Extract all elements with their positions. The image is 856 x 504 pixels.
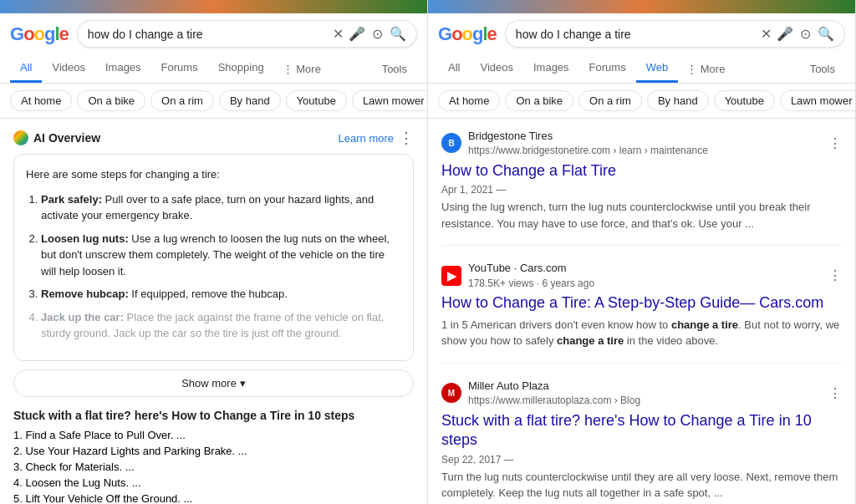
bridgestone-url: https://www.bridgestonetire.com › learn … — [468, 144, 708, 158]
ai-step-2: Loosen lug nuts: Use a lug wrench to loo… — [41, 231, 401, 280]
lens-icon-left[interactable]: ⊙ — [372, 26, 383, 42]
clear-icon-right[interactable]: ✕ — [761, 26, 772, 42]
chip-by-hand-right[interactable]: By hand — [647, 90, 709, 111]
list-item: 2. Use Your Hazard Lights and Parking Br… — [13, 445, 414, 457]
right-panel: Google ✕ 🎤 ⊙ 🔍 All Videos Images Forums … — [428, 0, 856, 504]
search-bar-right[interactable]: ✕ 🎤 ⊙ 🔍 — [505, 20, 845, 48]
nav-tabs-right: All Videos Images Forums Web ⋮ More Tool… — [438, 54, 845, 83]
ai-step-4: Jack up the car: Place the jack against … — [41, 309, 401, 342]
show-more-label: Show more — [181, 377, 237, 389]
more-tab-left[interactable]: ⋮ More — [274, 56, 329, 82]
ai-sparkle-icon — [13, 130, 28, 145]
miller-site-info: Miller Auto Plaza https://www.millerauto… — [468, 379, 640, 408]
section-title: Stuck with a flat tire? here's How to Ch… — [13, 409, 414, 422]
list-item: 5. Lift Your Vehicle Off the Ground. ... — [13, 492, 414, 505]
miller-result-title[interactable]: Stuck with a flat tire? here's How to Ch… — [441, 411, 842, 451]
more-tab-right[interactable]: ⋮ More — [678, 56, 733, 82]
chip-by-hand-left[interactable]: By hand — [219, 90, 281, 111]
chip-on-a-rim-right[interactable]: On a rim — [578, 90, 642, 111]
youtube-cars-result-title[interactable]: How to Change a Tire: A Step-by-Step Gui… — [441, 293, 842, 313]
tab-shopping-left[interactable]: Shopping — [208, 54, 274, 83]
bridgestone-favicon: B — [441, 133, 461, 153]
filter-row-left: At home On a bike On a rim By hand Youtu… — [0, 84, 427, 119]
bridgestone-result-title[interactable]: How to Change a Flat Tire — [441, 161, 842, 181]
google-logo-right: Google — [438, 23, 497, 45]
search-input-right[interactable] — [516, 28, 761, 41]
search-result-bridgestone: B Bridgestone Tires https://www.bridgest… — [441, 129, 842, 246]
ai-steps-list: Park safely: Pull over to a safe place, … — [26, 191, 401, 342]
chip-on-a-bike-left[interactable]: On a bike — [77, 90, 145, 111]
top-banner-right — [428, 0, 855, 13]
tab-all-right[interactable]: All — [438, 54, 470, 83]
ai-step-1: Park safely: Pull over to a safe place, … — [41, 191, 401, 224]
tab-images-right[interactable]: Images — [523, 54, 579, 83]
google-logo-left: Google — [10, 23, 69, 45]
show-more-button[interactable]: Show more ▾ — [13, 369, 414, 397]
left-content: AI Overview Learn more ⋮ Here are some s… — [0, 119, 427, 504]
list-item: 3. Check for Materials. ... — [13, 461, 414, 473]
list-item: 1. Find a Safe Place to Pull Over. ... — [13, 429, 414, 441]
chip-youtube-right[interactable]: Youtube — [714, 90, 775, 111]
tab-images-left[interactable]: Images — [95, 54, 151, 83]
header-left: Google ✕ 🎤 ⊙ 🔍 All Videos Images Forums … — [0, 13, 427, 84]
right-content: B Bridgestone Tires https://www.bridgest… — [428, 119, 855, 504]
search-result-miller: M Miller Auto Plaza https://www.millerau… — [441, 379, 842, 504]
voice-icon-left[interactable]: 🎤 — [349, 26, 365, 42]
miller-meta: Sep 22, 2017 — — [441, 454, 842, 466]
youtube-cars-site-info: YouTube · Cars.com 178.5K+ views · 6 yea… — [468, 261, 594, 290]
list-item: 4. Loosen the Lug Nuts. ... — [13, 476, 414, 489]
organic-section: Stuck with a flat tire? here's How to Ch… — [13, 409, 414, 505]
result-more-icon-1[interactable]: ⋮ — [828, 135, 842, 151]
chip-youtube-left[interactable]: Youtube — [286, 90, 347, 111]
nav-tabs-left: All Videos Images Forums Shopping ⋮ More… — [10, 54, 417, 83]
result-more-icon-3[interactable]: ⋮ — [828, 385, 842, 401]
header-right: Google ✕ 🎤 ⊙ 🔍 All Videos Images Forums … — [428, 13, 855, 84]
tab-forums-right[interactable]: Forums — [579, 54, 636, 83]
tab-all-left[interactable]: All — [10, 54, 42, 83]
result-more-icon-2[interactable]: ⋮ — [828, 267, 842, 283]
youtube-cars-favicon: ▶ — [441, 266, 461, 286]
tab-videos-left[interactable]: Videos — [42, 54, 95, 83]
search-icon-right[interactable]: 🔍 — [818, 26, 834, 42]
tab-videos-right[interactable]: Videos — [470, 54, 523, 83]
search-result-youtube-cars: ▶ YouTube · Cars.com 178.5K+ views · 6 y… — [441, 261, 842, 363]
ai-content-box: Here are some steps for changing a tire:… — [13, 154, 414, 361]
tab-forums-left[interactable]: Forums — [151, 54, 208, 83]
chevron-down-icon: ▾ — [240, 377, 246, 389]
steps-list: 1. Find a Safe Place to Pull Over. ... 2… — [13, 429, 414, 505]
search-input-left[interactable] — [88, 28, 333, 41]
filter-row-right: At home On a bike On a rim By hand Youtu… — [428, 84, 855, 119]
youtube-cars-url: 178.5K+ views · 6 years ago — [468, 277, 594, 291]
ai-step-3: Remove hubcap: If equipped, remove the h… — [41, 286, 401, 303]
tab-web-right[interactable]: Web — [636, 54, 679, 83]
ai-overview-container: AI Overview Learn more ⋮ Here are some s… — [13, 129, 414, 397]
ai-intro: Here are some steps for changing a tire: — [26, 166, 401, 183]
voice-icon-right[interactable]: 🎤 — [777, 26, 793, 42]
lens-icon-right[interactable]: ⊙ — [800, 26, 811, 42]
chip-on-a-bike-right[interactable]: On a bike — [505, 90, 573, 111]
chip-lawn-mower-left[interactable]: Lawn mower — [352, 90, 427, 111]
top-banner-left — [0, 0, 427, 13]
ai-badge-label: AI Overview — [33, 131, 100, 145]
left-panel: Google ✕ 🎤 ⊙ 🔍 All Videos Images Forums … — [0, 0, 428, 504]
chip-at-home-right[interactable]: At home — [438, 90, 500, 111]
chip-at-home-left[interactable]: At home — [10, 90, 72, 111]
youtube-cars-name: YouTube · Cars.com — [468, 261, 594, 276]
bridgestone-name: Bridgestone Tires — [468, 129, 708, 144]
bridgestone-site-info: Bridgestone Tires https://www.bridgeston… — [468, 129, 708, 158]
miller-name: Miller Auto Plaza — [468, 379, 640, 394]
ai-badge: AI Overview — [13, 130, 100, 145]
tools-btn-left[interactable]: Tools — [372, 56, 417, 82]
chip-on-a-rim-left[interactable]: On a rim — [150, 90, 214, 111]
learn-more-link[interactable]: Learn more — [339, 132, 394, 145]
bridgestone-snippet: Using the lug wrench, turn the lug nuts … — [441, 199, 842, 232]
ai-more-icon[interactable]: ⋮ — [399, 129, 414, 147]
tools-btn-right[interactable]: Tools — [800, 56, 845, 82]
miller-url: https://www.millerautoplaza.com › Blog — [468, 394, 640, 408]
search-icon-left[interactable]: 🔍 — [390, 26, 406, 42]
chip-lawn-mower-right[interactable]: Lawn mower — [780, 90, 855, 111]
bridgestone-meta: Apr 1, 2021 — — [441, 184, 842, 196]
clear-icon-left[interactable]: ✕ — [333, 26, 344, 42]
miller-snippet: Turn the lug nuts counterclockwise until… — [441, 469, 842, 501]
search-bar-left[interactable]: ✕ 🎤 ⊙ 🔍 — [77, 20, 417, 48]
